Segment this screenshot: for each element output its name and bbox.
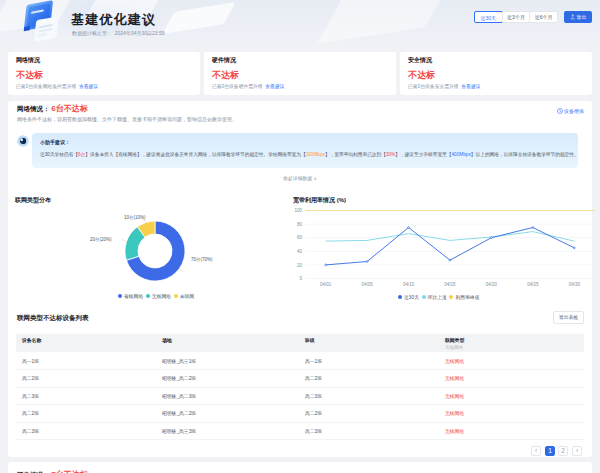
svg-text:60: 60 <box>297 235 303 240</box>
svg-text:20: 20 <box>297 263 303 268</box>
svg-text:40: 40 <box>297 249 303 254</box>
svg-text:04/01: 04/01 <box>320 282 332 287</box>
svg-text:0: 0 <box>299 276 302 281</box>
svg-text:04/10: 04/10 <box>403 282 415 287</box>
svg-text:04/20: 04/20 <box>486 282 498 287</box>
svg-text:04/15: 04/15 <box>444 282 456 287</box>
svg-text:100: 100 <box>294 208 302 213</box>
svg-text:04/30: 04/30 <box>569 282 581 287</box>
svg-text:80: 80 <box>297 222 303 227</box>
svg-text:04/05: 04/05 <box>362 282 374 287</box>
svg-text:04/25: 04/25 <box>527 282 539 287</box>
